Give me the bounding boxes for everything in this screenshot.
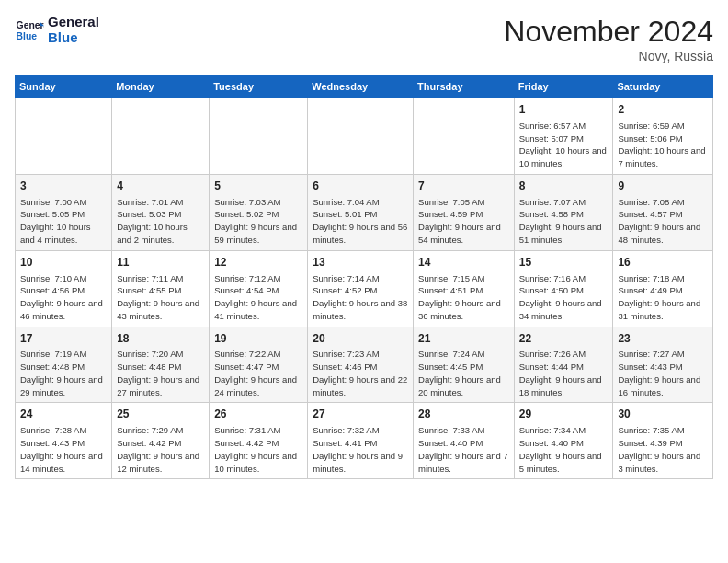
calendar-cell: 22Sunrise: 7:26 AM Sunset: 4:44 PM Dayli…: [514, 327, 613, 403]
calendar-cell: 21Sunrise: 7:24 AM Sunset: 4:45 PM Dayli…: [414, 327, 515, 403]
calendar-cell: [112, 98, 210, 175]
day-number: 12: [214, 255, 302, 270]
day-number: 1: [519, 102, 609, 118]
day-content: Sunrise: 7:23 AM Sunset: 4:46 PM Dayligh…: [313, 348, 408, 398]
day-content: Sunrise: 7:20 AM Sunset: 4:48 PM Dayligh…: [117, 348, 204, 398]
day-number: 7: [418, 178, 509, 194]
calendar-cell: [308, 98, 414, 175]
day-number: 3: [20, 178, 107, 194]
calendar-cell: 12Sunrise: 7:12 AM Sunset: 4:54 PM Dayli…: [210, 250, 308, 327]
logo-line2: Blue: [48, 30, 99, 46]
calendar-cell: 26Sunrise: 7:31 AM Sunset: 4:42 PM Dayli…: [210, 403, 308, 479]
calendar-week-3: 10Sunrise: 7:10 AM Sunset: 4:56 PM Dayli…: [16, 250, 713, 327]
day-content: Sunrise: 7:26 AM Sunset: 4:44 PM Dayligh…: [519, 348, 609, 398]
day-content: Sunrise: 7:34 AM Sunset: 4:40 PM Dayligh…: [519, 424, 609, 475]
calendar-cell: 18Sunrise: 7:20 AM Sunset: 4:48 PM Dayli…: [112, 327, 210, 403]
day-number: 2: [618, 102, 708, 118]
calendar-cell: 4Sunrise: 7:01 AM Sunset: 5:03 PM Daylig…: [112, 174, 210, 250]
day-number: 13: [313, 255, 408, 270]
header-saturday: Saturday: [613, 75, 713, 98]
day-number: 9: [618, 178, 708, 194]
day-content: Sunrise: 7:35 AM Sunset: 4:39 PM Dayligh…: [618, 424, 708, 475]
day-content: Sunrise: 7:11 AM Sunset: 4:55 PM Dayligh…: [117, 272, 204, 323]
calendar-cell: 2Sunrise: 6:59 AM Sunset: 5:06 PM Daylig…: [613, 98, 713, 175]
day-content: Sunrise: 6:57 AM Sunset: 5:07 PM Dayligh…: [519, 120, 609, 170]
calendar-table: SundayMondayTuesdayWednesdayThursdayFrid…: [15, 75, 713, 479]
header-sunday: Sunday: [16, 75, 112, 98]
day-content: Sunrise: 7:14 AM Sunset: 4:52 PM Dayligh…: [313, 272, 408, 323]
day-number: 29: [519, 407, 609, 422]
calendar-header-row: SundayMondayTuesdayWednesdayThursdayFrid…: [16, 75, 713, 98]
calendar-cell: 14Sunrise: 7:15 AM Sunset: 4:51 PM Dayli…: [414, 250, 515, 327]
day-number: 20: [313, 331, 408, 347]
calendar-cell: 17Sunrise: 7:19 AM Sunset: 4:48 PM Dayli…: [16, 327, 112, 403]
day-content: Sunrise: 7:03 AM Sunset: 5:02 PM Dayligh…: [214, 196, 302, 247]
calendar-week-2: 3Sunrise: 7:00 AM Sunset: 5:05 PM Daylig…: [16, 174, 713, 250]
header-wednesday: Wednesday: [308, 75, 414, 98]
calendar-cell: 8Sunrise: 7:07 AM Sunset: 4:58 PM Daylig…: [514, 174, 613, 250]
calendar-cell: 10Sunrise: 7:10 AM Sunset: 4:56 PM Dayli…: [16, 250, 112, 327]
day-content: Sunrise: 7:33 AM Sunset: 4:40 PM Dayligh…: [418, 424, 509, 475]
day-content: Sunrise: 7:08 AM Sunset: 4:57 PM Dayligh…: [618, 196, 708, 247]
calendar-cell: 3Sunrise: 7:00 AM Sunset: 5:05 PM Daylig…: [16, 174, 112, 250]
day-number: 30: [618, 407, 708, 422]
calendar-cell: 20Sunrise: 7:23 AM Sunset: 4:46 PM Dayli…: [308, 327, 414, 403]
day-number: 19: [214, 331, 302, 347]
day-number: 14: [418, 255, 509, 270]
day-number: 5: [214, 178, 302, 194]
calendar-cell: 15Sunrise: 7:16 AM Sunset: 4:50 PM Dayli…: [514, 250, 613, 327]
calendar-week-1: 1Sunrise: 6:57 AM Sunset: 5:07 PM Daylig…: [16, 98, 713, 175]
calendar-week-4: 17Sunrise: 7:19 AM Sunset: 4:48 PM Dayli…: [16, 327, 713, 403]
day-content: Sunrise: 7:29 AM Sunset: 4:42 PM Dayligh…: [117, 424, 204, 475]
header-tuesday: Tuesday: [210, 75, 308, 98]
day-number: 26: [214, 407, 302, 422]
day-content: Sunrise: 7:24 AM Sunset: 4:45 PM Dayligh…: [418, 348, 509, 398]
day-number: 22: [519, 331, 609, 347]
logo-icon: General Blue: [15, 16, 44, 45]
calendar-cell: 11Sunrise: 7:11 AM Sunset: 4:55 PM Dayli…: [112, 250, 210, 327]
day-content: Sunrise: 7:01 AM Sunset: 5:03 PM Dayligh…: [117, 196, 204, 247]
header-monday: Monday: [112, 75, 210, 98]
day-content: Sunrise: 7:05 AM Sunset: 4:59 PM Dayligh…: [418, 196, 509, 247]
day-content: Sunrise: 7:07 AM Sunset: 4:58 PM Dayligh…: [519, 196, 609, 247]
day-number: 18: [117, 331, 204, 347]
day-number: 11: [117, 255, 204, 270]
day-content: Sunrise: 7:19 AM Sunset: 4:48 PM Dayligh…: [20, 348, 107, 398]
calendar-cell: 29Sunrise: 7:34 AM Sunset: 4:40 PM Dayli…: [514, 403, 613, 479]
day-number: 10: [20, 255, 107, 270]
day-content: Sunrise: 7:12 AM Sunset: 4:54 PM Dayligh…: [214, 272, 302, 323]
calendar-cell: [414, 98, 515, 175]
day-content: Sunrise: 7:10 AM Sunset: 4:56 PM Dayligh…: [20, 272, 107, 323]
day-content: Sunrise: 7:32 AM Sunset: 4:41 PM Dayligh…: [313, 424, 408, 475]
day-number: 8: [519, 178, 609, 194]
day-number: 27: [313, 407, 408, 422]
calendar-cell: 30Sunrise: 7:35 AM Sunset: 4:39 PM Dayli…: [613, 403, 713, 479]
calendar-cell: [16, 98, 112, 175]
calendar-week-5: 24Sunrise: 7:28 AM Sunset: 4:43 PM Dayli…: [16, 403, 713, 479]
location: Novy, Russia: [504, 49, 713, 63]
calendar-cell: 13Sunrise: 7:14 AM Sunset: 4:52 PM Dayli…: [308, 250, 414, 327]
calendar-cell: 9Sunrise: 7:08 AM Sunset: 4:57 PM Daylig…: [613, 174, 713, 250]
calendar-cell: 23Sunrise: 7:27 AM Sunset: 4:43 PM Dayli…: [613, 327, 713, 403]
day-content: Sunrise: 7:22 AM Sunset: 4:47 PM Dayligh…: [214, 348, 302, 398]
month-title: November 2024: [504, 15, 713, 49]
calendar-cell: 7Sunrise: 7:05 AM Sunset: 4:59 PM Daylig…: [414, 174, 515, 250]
day-content: Sunrise: 7:31 AM Sunset: 4:42 PM Dayligh…: [214, 424, 302, 475]
calendar-cell: 25Sunrise: 7:29 AM Sunset: 4:42 PM Dayli…: [112, 403, 210, 479]
day-number: 25: [117, 407, 204, 422]
calendar-cell: 28Sunrise: 7:33 AM Sunset: 4:40 PM Dayli…: [414, 403, 515, 479]
day-content: Sunrise: 7:28 AM Sunset: 4:43 PM Dayligh…: [20, 424, 107, 475]
calendar-cell: 24Sunrise: 7:28 AM Sunset: 4:43 PM Dayli…: [16, 403, 112, 479]
svg-text:Blue: Blue: [17, 30, 38, 40]
calendar-cell: 1Sunrise: 6:57 AM Sunset: 5:07 PM Daylig…: [514, 98, 613, 175]
calendar-cell: 27Sunrise: 7:32 AM Sunset: 4:41 PM Dayli…: [308, 403, 414, 479]
calendar-cell: 6Sunrise: 7:04 AM Sunset: 5:01 PM Daylig…: [308, 174, 414, 250]
logo-line1: General: [48, 15, 99, 30]
day-content: Sunrise: 7:15 AM Sunset: 4:51 PM Dayligh…: [418, 272, 509, 323]
calendar-cell: 19Sunrise: 7:22 AM Sunset: 4:47 PM Dayli…: [210, 327, 308, 403]
day-number: 23: [618, 331, 708, 347]
day-number: 28: [418, 407, 509, 422]
day-content: Sunrise: 7:00 AM Sunset: 5:05 PM Dayligh…: [20, 196, 107, 247]
logo: General Blue General Blue: [15, 15, 99, 45]
day-number: 24: [20, 407, 107, 422]
